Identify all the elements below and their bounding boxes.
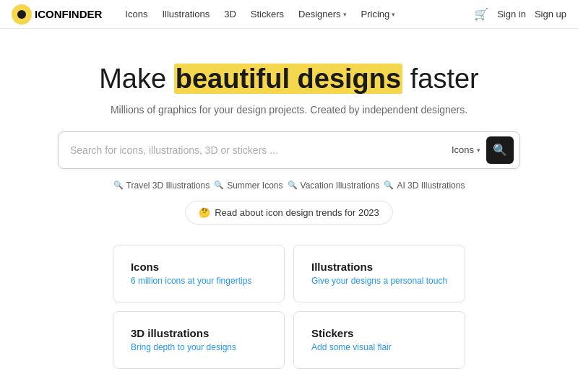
logo-text: ICONFINDER [35, 8, 102, 20]
nav-3d[interactable]: 3D [218, 6, 242, 22]
nav-illustrations[interactable]: Illustrations [156, 6, 215, 22]
signup-link[interactable]: Sign up [535, 9, 566, 19]
quick-links: 🔍 Travel 3D Illustrations 🔍 Summer Icons… [113, 180, 465, 191]
logo[interactable]: ICONFINDER [12, 4, 102, 25]
filter-label: Icons [452, 144, 474, 155]
card-icons[interactable]: Icons 6 million icons at your fingertips [113, 245, 285, 302]
search-bar: Icons ▾ 🔍 [58, 131, 520, 169]
card-illustrations-subtitle: Give your designs a personal touch [311, 276, 447, 286]
card-3d-title: 3D illustrations [131, 327, 267, 339]
nav-stickers[interactable]: Stickers [245, 6, 290, 22]
hero-title: Make beautiful designs faster [99, 64, 479, 95]
quick-link-vacation[interactable]: 🔍 Vacation Illustrations [288, 180, 380, 191]
nav-right: 🛒 Sign in Sign up [474, 7, 566, 21]
cart-icon[interactable]: 🛒 [474, 7, 488, 21]
filter-chevron-icon: ▾ [477, 147, 480, 154]
card-illustrations[interactable]: Illustrations Give your designs a person… [293, 245, 465, 302]
search-small-icon-3: 🔍 [288, 180, 298, 190]
trend-emoji: 🤔 [199, 207, 210, 218]
pricing-chevron-icon: ▾ [392, 11, 395, 18]
signin-link[interactable]: Sign in [497, 9, 526, 19]
category-cards: Icons 6 million icons at your fingertips… [107, 245, 471, 369]
card-icons-subtitle: 6 million icons at your fingertips [131, 276, 267, 286]
logo-icon [12, 4, 32, 25]
svg-point-1 [17, 10, 26, 19]
quick-link-summer[interactable]: 🔍 Summer Icons [214, 180, 282, 191]
card-stickers-title: Stickers [311, 327, 447, 339]
card-stickers[interactable]: Stickers Add some visual flair [293, 311, 465, 369]
trend-banner[interactable]: 🤔 Read about icon design trends for 2023 [185, 201, 393, 225]
card-stickers-subtitle: Add some visual flair [311, 342, 447, 352]
nav-designers[interactable]: Designers ▾ [293, 6, 353, 22]
search-small-icon-2: 🔍 [214, 180, 224, 190]
quick-link-ai3d[interactable]: 🔍 AI 3D Illustrations [384, 180, 465, 191]
search-input[interactable] [70, 144, 446, 156]
search-filter-dropdown[interactable]: Icons ▾ [446, 141, 486, 158]
hero-section: Make beautiful designs faster Millions o… [0, 29, 578, 389]
quick-link-travel[interactable]: 🔍 Travel 3D Illustrations [113, 180, 210, 191]
trend-text: Read about icon design trends for 2023 [215, 207, 379, 218]
search-button[interactable]: 🔍 [486, 136, 514, 164]
search-small-icon-4: 🔍 [384, 180, 394, 190]
nav-pricing[interactable]: Pricing ▾ [355, 6, 402, 22]
search-small-icon: 🔍 [113, 180, 124, 190]
nav-links: Icons Illustrations 3D Stickers Designer… [119, 6, 474, 22]
designers-chevron-icon: ▾ [343, 11, 347, 18]
card-3d[interactable]: 3D illustrations Bring depth to your des… [113, 311, 285, 369]
navbar: ICONFINDER Icons Illustrations 3D Sticke… [0, 0, 578, 29]
search-icon: 🔍 [493, 143, 507, 157]
card-illustrations-title: Illustrations [311, 261, 447, 273]
card-3d-subtitle: Bring depth to your designs [131, 342, 267, 352]
hero-subtitle: Millions of graphics for your design pro… [111, 104, 467, 116]
nav-icons[interactable]: Icons [119, 6, 153, 22]
card-icons-title: Icons [131, 261, 267, 273]
